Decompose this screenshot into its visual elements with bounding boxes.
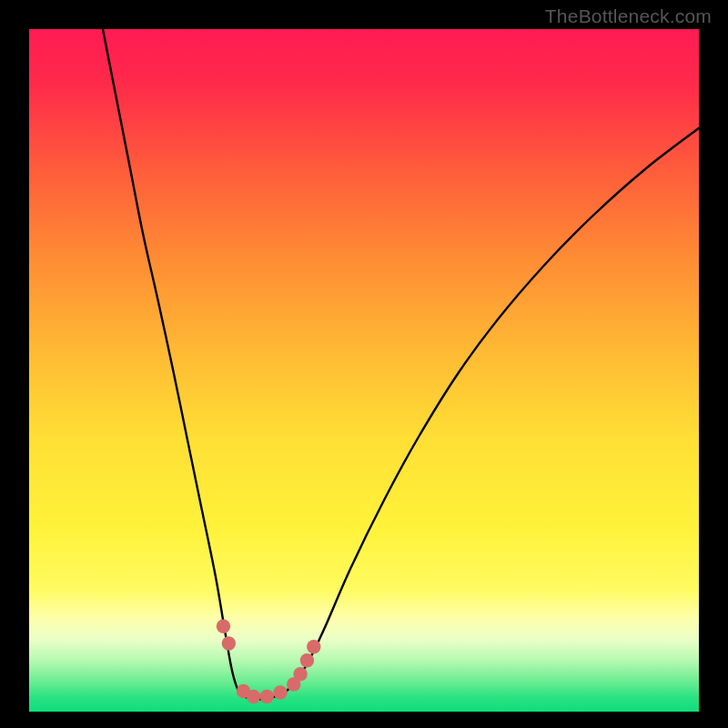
svg-point-2 <box>222 636 236 650</box>
chart-frame: TheBottleneck.com <box>0 0 728 728</box>
svg-point-9 <box>300 653 314 667</box>
svg-rect-0 <box>29 29 699 712</box>
svg-point-5 <box>260 690 274 703</box>
chart-svg <box>29 29 699 712</box>
svg-point-10 <box>307 640 320 653</box>
svg-point-8 <box>293 667 307 681</box>
watermark-text: TheBottleneck.com <box>545 5 712 27</box>
svg-point-1 <box>217 620 230 633</box>
svg-point-4 <box>247 690 260 703</box>
chart-plot-area <box>29 29 699 712</box>
svg-point-6 <box>273 685 287 699</box>
